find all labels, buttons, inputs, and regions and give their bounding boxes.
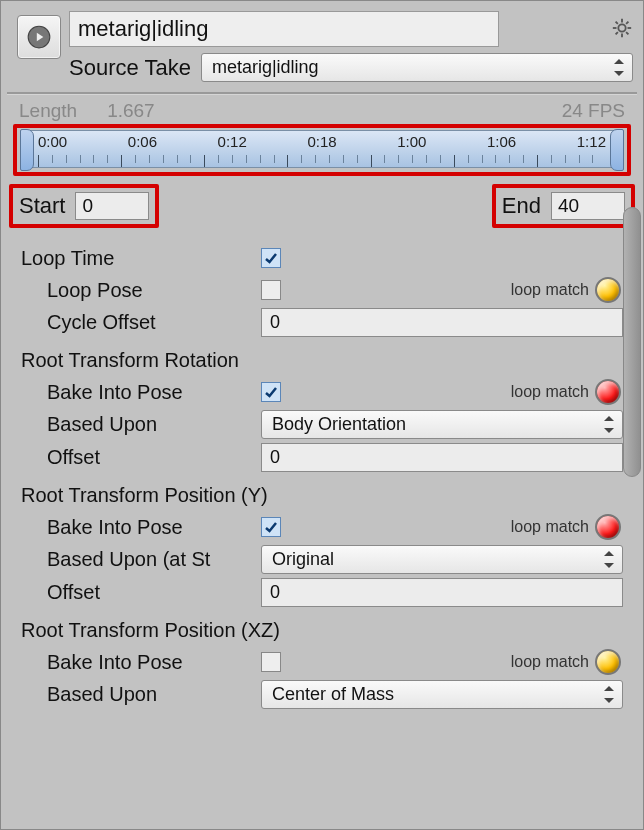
cycle-offset-label: Cycle Offset bbox=[21, 311, 156, 334]
loop-match-label: loop match bbox=[511, 281, 589, 299]
loop-pose-checkbox[interactable] bbox=[261, 280, 281, 300]
posY-bake-checkbox[interactable] bbox=[261, 517, 281, 537]
loop-match-label: loop match bbox=[511, 653, 589, 671]
end-highlight-box: End bbox=[492, 184, 635, 228]
timeline-mark: 1:06 bbox=[487, 133, 516, 150]
timeline-highlight-box: 0:00 0:06 0:12 0:18 1:00 1:06 1:12 bbox=[13, 124, 631, 176]
rot-offset-input[interactable] bbox=[261, 443, 623, 472]
timeline-mark: 0:06 bbox=[128, 133, 157, 150]
posXZ-bake-checkbox[interactable] bbox=[261, 652, 281, 672]
posY-offset-input[interactable] bbox=[261, 578, 623, 607]
end-input[interactable] bbox=[551, 192, 625, 220]
svg-line-9 bbox=[616, 32, 618, 34]
loop-time-checkbox[interactable] bbox=[261, 248, 281, 268]
rot-bake-label: Bake Into Pose bbox=[21, 381, 183, 404]
timeline-mark: 1:00 bbox=[397, 133, 426, 150]
rot-based-dropdown[interactable]: Body Orientation bbox=[261, 410, 623, 439]
start-highlight-box: Start bbox=[9, 184, 159, 228]
timeline-mark: 0:18 bbox=[307, 133, 336, 150]
root-rotation-title: Root Transform Rotation bbox=[21, 339, 623, 376]
posY-based-label: Based Upon (at St bbox=[21, 548, 210, 571]
loop-match-label: loop match bbox=[511, 518, 589, 536]
posXZ-based-dropdown[interactable]: Center of Mass bbox=[261, 680, 623, 709]
posY-bake-label: Bake Into Pose bbox=[21, 516, 183, 539]
source-take-dropdown[interactable]: metarig|idling bbox=[201, 53, 633, 82]
start-input[interactable] bbox=[75, 192, 149, 220]
timeline-handle-start[interactable] bbox=[20, 129, 34, 171]
svg-line-10 bbox=[626, 22, 628, 24]
end-label: End bbox=[502, 193, 541, 219]
timeline[interactable]: 0:00 0:06 0:12 0:18 1:00 1:06 1:12 bbox=[21, 130, 623, 168]
root-posY-title: Root Transform Position (Y) bbox=[21, 474, 623, 511]
rot-bake-checkbox[interactable] bbox=[261, 382, 281, 402]
source-take-label: Source Take bbox=[69, 55, 191, 81]
timeline-handle-end[interactable] bbox=[610, 129, 624, 171]
loop-match-indicator bbox=[595, 277, 621, 303]
posY-offset-label: Offset bbox=[21, 581, 100, 604]
clip-name-input[interactable] bbox=[69, 11, 499, 47]
rot-offset-label: Offset bbox=[21, 446, 100, 469]
svg-line-7 bbox=[616, 22, 618, 24]
scrollbar-thumb[interactable] bbox=[623, 207, 641, 477]
divider bbox=[7, 92, 637, 94]
cycle-offset-input[interactable] bbox=[261, 308, 623, 337]
timeline-mark: 1:12 bbox=[577, 133, 606, 150]
svg-line-8 bbox=[626, 32, 628, 34]
root-posXZ-title: Root Transform Position (XZ) bbox=[21, 609, 623, 646]
posXZ-bake-label: Bake Into Pose bbox=[21, 651, 183, 674]
loop-match-label: loop match bbox=[511, 383, 589, 401]
scrollbar[interactable] bbox=[623, 207, 641, 829]
svg-point-2 bbox=[618, 24, 625, 31]
play-button[interactable] bbox=[17, 15, 61, 59]
fps-label: 24 FPS bbox=[562, 100, 625, 122]
loop-match-indicator bbox=[595, 649, 621, 675]
length-label: Length bbox=[19, 100, 77, 122]
loop-match-indicator bbox=[595, 379, 621, 405]
timeline-mark: 0:12 bbox=[218, 133, 247, 150]
rot-based-label: Based Upon bbox=[21, 413, 157, 436]
loop-pose-label: Loop Pose bbox=[21, 279, 143, 302]
loop-time-label: Loop Time bbox=[21, 247, 114, 270]
posXZ-based-label: Based Upon bbox=[21, 683, 157, 706]
posY-based-dropdown[interactable]: Original bbox=[261, 545, 623, 574]
length-value: 1.667 bbox=[107, 100, 155, 122]
start-label: Start bbox=[19, 193, 65, 219]
timeline-mark: 0:00 bbox=[38, 133, 67, 150]
gear-icon[interactable] bbox=[611, 17, 633, 43]
loop-match-indicator bbox=[595, 514, 621, 540]
